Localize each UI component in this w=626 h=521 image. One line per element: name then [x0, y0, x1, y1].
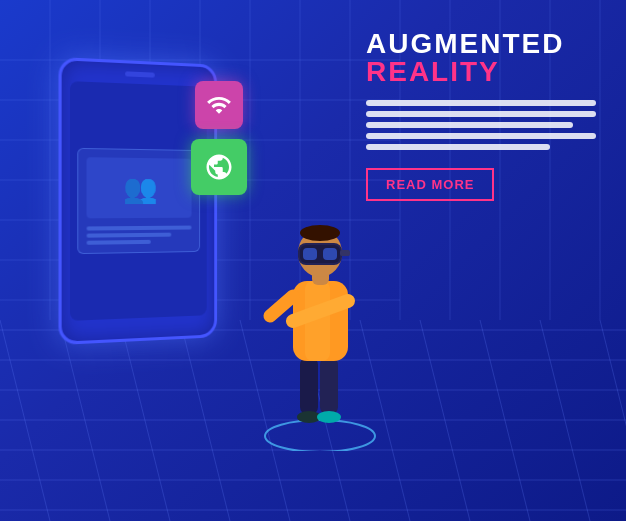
right-section: AUGMENTED REALITY Read More — [366, 30, 596, 201]
users-icon: 👥 — [123, 171, 158, 204]
svg-rect-51 — [323, 248, 337, 260]
svg-rect-39 — [320, 356, 338, 416]
wifi-icon-box — [195, 81, 243, 129]
svg-point-53 — [300, 225, 340, 241]
floating-icons — [195, 81, 247, 195]
svg-rect-52 — [340, 250, 350, 256]
phone-screen: 👥 — [70, 81, 207, 321]
svg-point-41 — [317, 411, 341, 423]
phone-line — [86, 232, 171, 237]
desc-line-4 — [366, 133, 596, 139]
scene: 👥 — [0, 0, 626, 521]
svg-rect-38 — [300, 356, 318, 416]
description-lines — [366, 100, 596, 150]
phone-card: 👥 — [77, 147, 200, 253]
desc-line-1 — [366, 100, 596, 106]
phone-image: 👥 — [86, 157, 191, 218]
title-reality: REALITY — [366, 58, 596, 86]
phone-notch — [125, 71, 155, 77]
desc-line-3 — [366, 122, 573, 128]
svg-rect-50 — [303, 248, 317, 260]
desc-line-2 — [366, 111, 596, 117]
wifi-icon — [206, 92, 232, 118]
title-augmented: AUGMENTED — [366, 30, 596, 58]
title-block: AUGMENTED REALITY — [366, 30, 596, 86]
phone-lines — [86, 225, 191, 244]
smartphone: 👥 — [59, 56, 218, 344]
svg-line-45 — [270, 296, 293, 316]
phone-line — [86, 239, 150, 244]
read-more-button[interactable]: Read More — [366, 168, 494, 201]
svg-point-37 — [265, 420, 375, 451]
globe-icon — [204, 152, 234, 182]
globe-icon-box — [191, 139, 247, 195]
phone-line — [86, 225, 191, 230]
desc-line-5 — [366, 144, 550, 150]
person-illustration — [245, 171, 385, 451]
illustration-section: 👥 — [40, 21, 390, 501]
